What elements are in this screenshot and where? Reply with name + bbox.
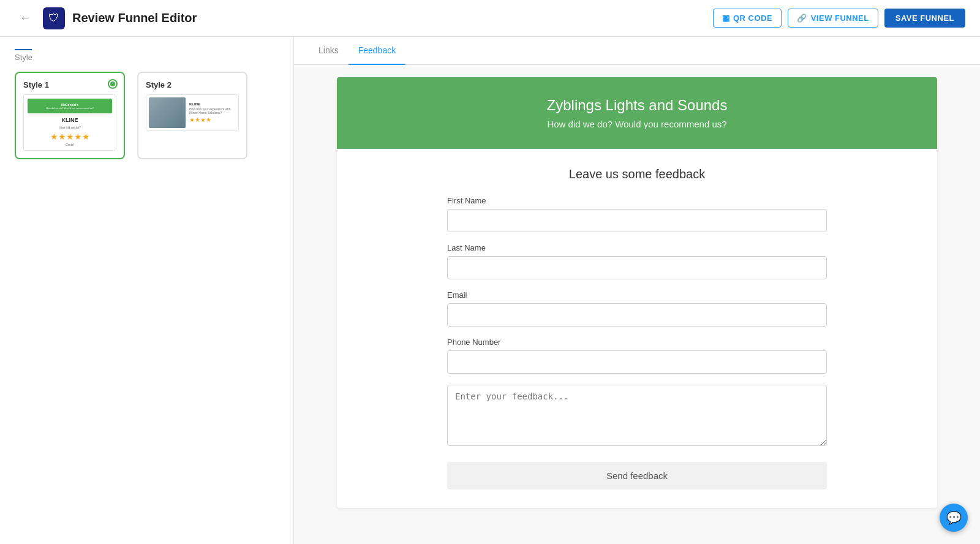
header: ← 🛡 Review Funnel Editor ▦ QR CODE 🔗 VIE…: [0, 0, 980, 37]
funnel-header-title: Zyblings Lights and Sounds: [349, 97, 925, 114]
app-icon: 🛡: [43, 7, 65, 29]
save-funnel-button[interactable]: SAVE FUNNEL: [884, 9, 965, 28]
style-card-1[interactable]: Style 1 McDonald's How did we do? Would …: [15, 72, 125, 159]
form-heading: Leave us some feedback: [447, 167, 827, 181]
style-card-2[interactable]: Style 2 KLINE How was your experience wi…: [137, 72, 247, 159]
email-group: Email: [447, 290, 827, 327]
back-button[interactable]: ←: [15, 9, 36, 27]
funnel-header-subtitle: How did we do? Would you recommend us?: [349, 119, 925, 129]
chat-icon: 💬: [946, 510, 962, 525]
funnel-form: Leave us some feedback First Name Last N…: [337, 149, 937, 508]
style2-preview: KLINE How was your experience with Kline…: [146, 94, 239, 131]
last-name-label: Last Name: [447, 243, 827, 252]
style-section-label: Style: [15, 53, 279, 62]
view-funnel-button[interactable]: 🔗 VIEW FUNNEL: [788, 9, 878, 28]
tab-feedback[interactable]: Feedback: [349, 37, 405, 65]
phone-input[interactable]: [447, 350, 827, 374]
preview2-text: How was your experience with Klinee Home…: [189, 107, 235, 115]
style-cards: Style 1 McDonald's How did we do? Would …: [15, 72, 279, 159]
style1-label: Style 1: [23, 80, 116, 89]
first-name-input[interactable]: [447, 209, 827, 232]
header-right: ▦ QR CODE 🔗 VIEW FUNNEL SAVE FUNNEL: [713, 9, 966, 28]
tabs: Links Feedback: [294, 37, 980, 65]
tab-links[interactable]: Links: [309, 37, 349, 65]
preview1-logo: KLINE: [28, 117, 112, 123]
left-panel: Style Style 1 McDonald's How did we do? …: [0, 37, 294, 544]
qr-icon: ▦: [722, 13, 730, 23]
link-icon: 🔗: [797, 13, 807, 23]
main-layout: Style Style 1 McDonald's How did we do? …: [0, 37, 980, 544]
email-label: Email: [447, 290, 827, 300]
funnel-preview: Zyblings Lights and Sounds How did we do…: [294, 65, 980, 544]
first-name-group: First Name: [447, 196, 827, 232]
last-name-group: Last Name: [447, 243, 827, 279]
first-name-label: First Name: [447, 196, 827, 205]
funnel-card: Zyblings Lights and Sounds How did we do…: [337, 77, 937, 508]
preview1-question: How did we do?: [28, 126, 112, 129]
feedback-textarea[interactable]: [447, 385, 827, 446]
last-name-input[interactable]: [447, 256, 827, 279]
funnel-header: Zyblings Lights and Sounds How did we do…: [337, 77, 937, 149]
preview2-logo: KLINE: [189, 102, 235, 106]
right-panel: Links Feedback Zyblings Lights and Sound…: [294, 37, 980, 544]
preview2-stars: ★★★★: [189, 116, 235, 123]
qr-code-button[interactable]: ▦ QR CODE: [713, 9, 782, 28]
phone-group: Phone Number: [447, 338, 827, 374]
email-input[interactable]: [447, 303, 827, 327]
chat-widget[interactable]: 💬: [940, 504, 968, 532]
phone-label: Phone Number: [447, 338, 827, 347]
preview1-green-sub: How did we do? Would you recommend us?: [46, 107, 94, 110]
style2-label: Style 2: [146, 80, 239, 89]
preview2-house-image: [149, 97, 186, 128]
header-left: ← 🛡 Review Funnel Editor: [15, 7, 197, 29]
send-feedback-button[interactable]: Send feedback: [447, 462, 827, 489]
style1-preview: McDonald's How did we do? Would you reco…: [23, 94, 116, 151]
feedback-group: [447, 385, 827, 448]
selected-indicator: [108, 79, 118, 89]
preview1-stars: ★★★★★: [28, 132, 112, 142]
page-title: Review Funnel Editor: [72, 11, 197, 25]
preview1-great: Great!: [28, 143, 112, 146]
